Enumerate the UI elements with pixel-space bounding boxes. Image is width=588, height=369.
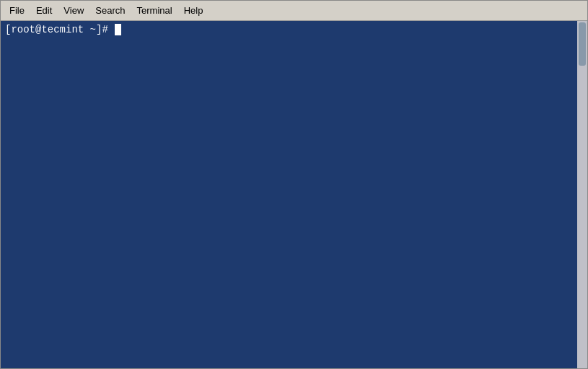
scrollbar-thumb[interactable] <box>579 22 586 66</box>
menu-file[interactable]: File <box>4 3 30 18</box>
menu-terminal[interactable]: Terminal <box>131 3 178 18</box>
menu-help[interactable]: Help <box>178 3 209 18</box>
terminal-prompt-line: [root@tecmint ~]# <box>5 24 583 35</box>
menu-edit[interactable]: Edit <box>30 3 58 18</box>
terminal-cursor <box>115 24 121 35</box>
terminal-window: File Edit View Search Terminal Help [roo… <box>0 0 588 369</box>
terminal-prompt: [root@tecmint ~]# <box>5 24 114 35</box>
menu-search[interactable]: Search <box>89 3 131 18</box>
menu-view[interactable]: View <box>58 3 89 18</box>
terminal-body[interactable]: [root@tecmint ~]# <box>1 21 587 368</box>
menubar: File Edit View Search Terminal Help <box>1 1 587 21</box>
scrollbar[interactable] <box>577 21 587 368</box>
